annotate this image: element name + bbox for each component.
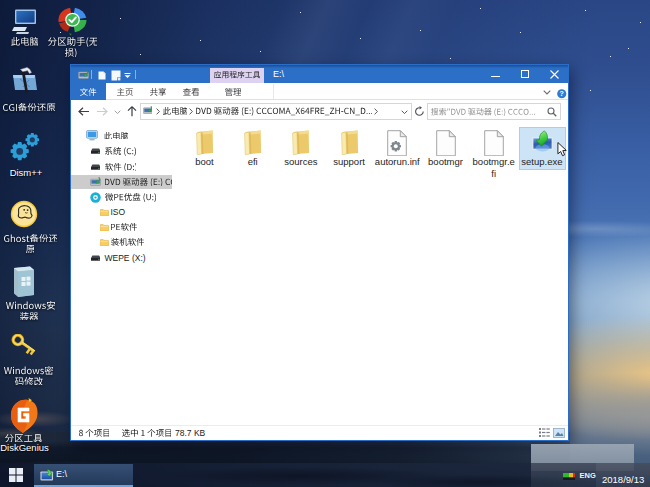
svg-text:?: ? (560, 90, 564, 97)
